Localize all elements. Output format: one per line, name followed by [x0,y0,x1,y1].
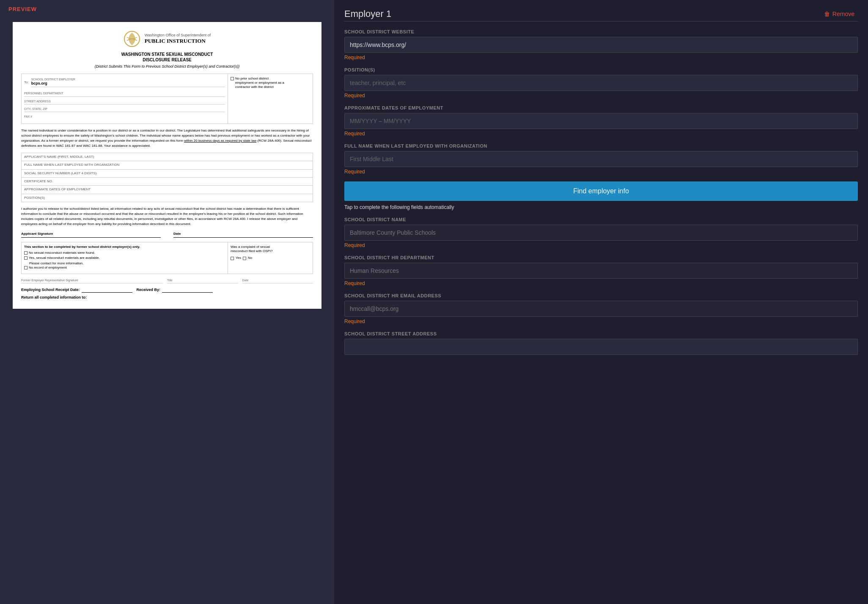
hr-dept-input[interactable] [344,263,858,279]
no-misconduct-checkbox [24,251,27,255]
no-ospi-checkbox [243,257,246,260]
doc-body-text: The named individual is under considerat… [21,128,313,148]
no-record-checkbox [24,266,27,269]
dates-label: APPROXIMATE DATES OF EMPLOYMENT [344,105,858,110]
doc-title-block: Washington Office of Superintendent of P… [145,33,211,45]
remove-label: Remove [832,11,854,17]
dates-input[interactable] [344,113,858,129]
doc-form-title: WASHINGTON STATE SEXUAL MISCONDUCT DISCL… [21,52,313,63]
hr-dept-field-group: SCHOOL DISTRICT HR DEPARTMENT Required [344,255,858,286]
no-prior-checkbox [231,77,234,80]
preview-header: PREVIEW [0,0,334,18]
dates-required: Required [344,131,858,137]
positions-input[interactable] [344,75,858,91]
divider [344,21,858,22]
website-input[interactable] [344,37,858,53]
find-employer-button[interactable]: Find employer info [344,181,858,201]
hr-email-field-group: SCHOOL DISTRICT HR EMAIL ADDRESS Require… [344,293,858,324]
positions-field-group: POSITION(S) Required [344,67,858,99]
no-misconduct-item: No sexual misconduct materials were foun… [24,251,225,255]
employer-header: Employer 1 🗑 Remove [344,8,858,19]
rep-date-field: Date [242,278,313,283]
authorization-text: I authorize you to release to the school… [21,206,313,227]
no-prior-checkbox-item: No prior school district employment or e… [231,77,310,90]
district-name-field-group: SCHOOL DISTRICT NAME Required [344,217,858,248]
hr-email-required: Required [344,318,858,324]
find-employer-hint: Tap to complete the following fields aut… [344,204,858,210]
rep-title-field: Title [167,278,238,283]
document: Washington Office of Superintendent of P… [13,22,321,309]
no-prior-text: No prior school district employment or e… [235,77,284,90]
doc-subtitle: Washington Office of Superintendent of [145,33,211,38]
to-right: No prior school district employment or e… [228,74,313,124]
field-cert: CERTIFICATE NO. [22,178,313,186]
field-applicant-name: APPLICANT'S NAME (FIRST, MIDDLE, LAST) [22,153,313,161]
wospi-logo-icon [124,30,140,47]
employing-receipt-field: Employing School Receipt Date: [21,288,132,293]
to-left: To: SCHOOL DISTRICT EMPLOYER bcps.org PE… [22,74,228,124]
to-district-field: SCHOOL DISTRICT EMPLOYER bcps.org [31,77,225,88]
field-full-name: FULL NAME WHEN LAST EMPLOYED WITH ORGANI… [22,161,313,169]
doc-header: Washington Office of Superintendent of P… [21,30,313,47]
full-name-input[interactable] [344,151,858,167]
receipt-date-field [82,288,132,293]
field-positions: POSITION(S) [22,194,313,202]
yes-misconduct-checkbox [24,256,27,260]
signature-section: Applicant Signature Date [21,232,313,237]
form-fields-section: APPLICANT'S NAME (FIRST, MIDDLE, LAST) F… [21,153,313,202]
hr-email-label: SCHOOL DISTRICT HR EMAIL ADDRESS [344,293,858,298]
hr-dept-label: SCHOOL DISTRICT HR DEPARTMENT [344,255,858,260]
to-label: To: [24,80,29,85]
preview-title: PREVIEW [8,6,37,12]
sig-line: Applicant Signature Date [21,232,313,237]
yes-ospi-checkbox [231,257,234,260]
preview-content: Washington Office of Superintendent of P… [0,18,334,604]
doc-main-title: PUBLIC INSTRUCTION [145,38,211,45]
street-address-input[interactable] [344,339,858,355]
to-city-field: CITY, STATE, ZIP [24,106,225,112]
district-name-label: SCHOOL DISTRICT NAME [344,217,858,222]
full-name-field-group: FULL NAME WHEN LAST EMPLOYED WITH ORGANI… [344,143,858,175]
website-field-group: SCHOOL DISTRICT WEBSITE Required [344,29,858,60]
right-panel: Employer 1 🗑 Remove SCHOOL DISTRICT WEBS… [334,0,868,604]
district-name-input[interactable] [344,225,858,241]
to-section: To: SCHOOL DISTRICT EMPLOYER bcps.org PE… [21,74,313,124]
website-required: Required [344,55,858,60]
remove-employer-button[interactable]: 🗑 Remove [821,9,858,19]
bottom-left: This section to be completed by former s… [22,242,228,274]
applicant-sig-field: Applicant Signature [21,232,161,237]
full-name-required: Required [344,169,858,175]
employing-section: Employing School Receipt Date: Received … [21,288,313,293]
street-address-field-group: SCHOOL DISTRICT STREET ADDRESS [344,331,858,355]
find-employer-label: Find employer info [573,187,629,195]
bottom-right: Was a complaint of sexual misconduct fil… [228,242,313,274]
hr-email-input[interactable] [344,301,858,317]
bottom-section: This section to be completed by former s… [21,242,313,274]
bottom-section-title: This section to be completed by former s… [24,245,225,249]
hr-dept-required: Required [344,280,858,286]
doc-form-subtitle: (District Submits This Form to Previous … [21,64,313,69]
to-street-field: STREET ADDRESS [24,99,225,104]
website-label: SCHOOL DISTRICT WEBSITE [344,29,858,34]
street-address-label: SCHOOL DISTRICT STREET ADDRESS [344,331,858,336]
full-name-label: FULL NAME WHEN LAST EMPLOYED WITH ORGANI… [344,143,858,148]
trash-icon: 🗑 [824,11,830,17]
district-name-required: Required [344,242,858,248]
no-record-item: No record of employment [24,266,225,270]
yes-misconduct-item: Yes, sexual misconduct materials are ava… [24,256,225,260]
to-personnel-field: PERSONNEL DEPARTMENT [24,91,225,96]
rep-sig-field: Former Employer Representative Signature [21,278,163,283]
positions-required: Required [344,93,858,99]
field-dates: APPROXIMATE DATES OF EMPLOYMENT [22,186,313,194]
received-by-field: Received By: [137,288,213,293]
employer-title: Employer 1 [344,8,391,19]
field-ssn: SOCIAL SECURITY NUMBER (LAST 4 DIGITS) [22,170,313,178]
positions-label: POSITION(S) [344,67,858,72]
left-panel: PREVIEW Washington Office of Superintend… [0,0,334,604]
date-field: Date [173,232,313,237]
to-fax-field: FAX # [24,114,225,119]
dates-field-group: APPROXIMATE DATES OF EMPLOYMENT Required [344,105,858,137]
received-by-value [162,288,213,293]
return-text: Return all completed information to: [21,295,313,300]
rep-sig-section: Former Employer Representative Signature… [21,278,313,283]
